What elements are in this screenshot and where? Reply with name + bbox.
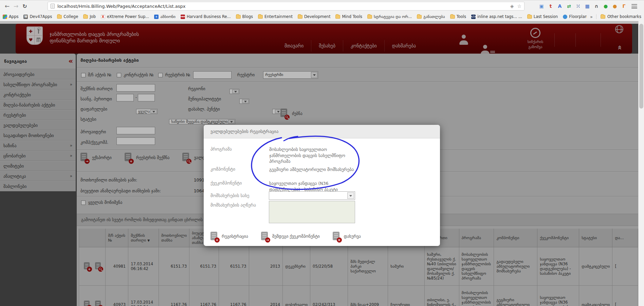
bookmark-item[interactable]: Blogs <box>236 14 253 19</box>
translate-icon[interactable]: A <box>557 3 563 9</box>
bookmark-item[interactable]: სტრატეგია და ორ... <box>367 14 412 19</box>
menu-icon[interactable] <box>631 4 637 8</box>
app-page: ✚ ♥ ჯანმრთელობის დაცვის პროგრამების ფინა… <box>0 21 644 306</box>
component-label: კომპონენტი <box>210 167 235 172</box>
bookmark-label: Job <box>90 14 96 19</box>
subcomponent-label: ქვეკომპონენტი <box>210 180 242 186</box>
service-desc-textarea[interactable] <box>269 201 355 223</box>
subcomponent-value: საყოველთაო ჯანდაცვა (N36 დადგენილება) - … <box>269 180 357 192</box>
bookmark-label: Tools <box>457 14 466 19</box>
bookmark-item[interactable]: Job <box>83 14 96 19</box>
bookmark-star-icon[interactable]: ☆ <box>517 3 521 9</box>
blue-badge-icon: + <box>154 15 159 19</box>
bookmark-item[interactable]: Apps <box>3 14 18 19</box>
service-type-label: მომსახურების სახე <box>210 193 249 198</box>
bookmark-label: inline asp.net tags... ... <box>477 14 522 19</box>
bookmark-item[interactable]: Tools <box>450 14 466 19</box>
window-icon[interactable]: ▣ <box>538 3 545 9</box>
folder-icon <box>527 15 532 19</box>
other-bookmarks-label: Other bookmarks <box>607 14 641 19</box>
cookie-icon[interactable]: ● <box>612 3 618 9</box>
move-icon[interactable]: ◈ <box>510 3 514 9</box>
folder-icon <box>417 15 422 19</box>
pin-icon[interactable]: ● <box>603 3 609 9</box>
doc-icon: → <box>261 232 268 241</box>
bookmark-item[interactable]: HBRHarvard Business Re... <box>181 14 231 19</box>
folder-icon <box>57 15 62 19</box>
page-icon <box>51 4 55 8</box>
bookmark-item[interactable]: </>inline asp.net tags... ... <box>471 14 522 19</box>
bookmarks-bar: AppsWDev47AppsCollegeJobXeXtreme Power S… <box>0 12 644 21</box>
folder-icon <box>367 15 372 19</box>
bookmark-label: ამბიონი <box>160 14 176 19</box>
close-icon: × <box>337 237 342 243</box>
modal-button-arrow[interactable]: →შემდეგი ქვეკომპონენტი <box>261 232 320 241</box>
apps-grid-icon <box>3 15 7 19</box>
bookmark-label: სტრატეგია და ორ... <box>374 14 412 19</box>
bookmark-item[interactable]: College <box>57 14 78 19</box>
chevron-down-icon <box>347 192 354 199</box>
dots-grid-icon[interactable]: ⁙ <box>575 3 581 9</box>
service-type-select[interactable] <box>269 191 355 200</box>
bookmark-label: Floorplanner - DEM... <box>569 14 587 19</box>
letter-t-icon[interactable]: t <box>548 3 554 9</box>
resize-arrows-icon[interactable]: ⇄ <box>566 3 572 9</box>
bookmark-label: Dev47Apps <box>30 14 52 19</box>
url-text[interactable]: localhost/Hmis.Billing.Web/Pages/Accepta… <box>57 4 186 9</box>
browser-toolbar: ← → ↻ localhost/Hmis.Billing.Web/Pages/A… <box>0 0 644 12</box>
letter-x-icon: X <box>101 15 105 19</box>
bookmark-item[interactable]: WDev47Apps <box>23 14 52 19</box>
bookmark-label: Entertainment <box>264 14 293 19</box>
bookmark-label: Blogs <box>242 14 253 19</box>
bookmark-label: Development <box>304 14 330 19</box>
bookmark-label: Mind Tools <box>342 14 362 19</box>
crane-icon[interactable]: Γ <box>621 3 627 9</box>
forward-icon[interactable]: → <box>12 3 20 9</box>
modal-button-label: შემდეგი ქვეკომპონენტი <box>272 234 320 239</box>
modal-title: ვალდებულებების რეგისტრაცია <box>210 129 278 134</box>
bookmark-item[interactable]: +ამბიონი <box>154 14 176 19</box>
bookmark-item[interactable]: Mind Tools <box>335 14 362 19</box>
program-value: მოსახლეობის საყოველთაო ჯანმრთელობის დაცვ… <box>269 147 357 165</box>
plus-icon: + <box>215 237 220 243</box>
folder-icon <box>258 15 263 19</box>
modal-button-close[interactable]: ×დახურვა <box>333 232 361 241</box>
folder-icon <box>236 15 241 19</box>
globe-badge-icon <box>563 15 567 19</box>
bookmark-item[interactable]: Last Session <box>527 14 558 19</box>
other-bookmarks[interactable]: Other bookmarks <box>596 14 641 19</box>
bookmark-item[interactable]: Development <box>298 14 330 19</box>
scrollbar-thumb[interactable] <box>639 24 643 109</box>
url-bar[interactable]: localhost/Hmis.Billing.Web/Pages/Accepta… <box>48 2 525 11</box>
folder-icon <box>601 15 605 19</box>
back-icon[interactable]: ← <box>3 3 12 9</box>
modal-button-label: დახურვა <box>344 234 361 239</box>
browser-chrome: ← → ↻ localhost/Hmis.Billing.Web/Pages/A… <box>0 0 644 21</box>
doc-icon: × <box>333 232 339 241</box>
extension-icons: ▣tA⇄⁙▦∩●●Γ <box>538 0 637 12</box>
cloud-icon[interactable]: ∩ <box>593 3 600 9</box>
service-desc-label: მომსახურების აღწერა <box>210 203 256 208</box>
bookmark-item[interactable]: Floorplanner - DEM... <box>563 14 587 19</box>
bookmark-item[interactable]: XeXtreme Power Sup... <box>101 14 149 19</box>
bookmarks-overflow-icon[interactable]: » <box>590 14 593 19</box>
bookmark-item[interactable]: Entertainment <box>258 14 293 19</box>
modal-title-bar: ვალდებულებების რეგისტრაცია <box>204 125 440 138</box>
folder-icon <box>298 15 302 19</box>
reload-icon[interactable]: ↻ <box>20 3 29 9</box>
bookmark-label: Last Session <box>534 14 558 19</box>
bookmark-label: College <box>63 14 78 19</box>
calendar-icon[interactable]: ▦ <box>584 3 590 9</box>
arrow-icon: → <box>265 237 270 243</box>
bookmark-label: Apps <box>9 14 18 19</box>
component-value: გეგმიური ამბულატორიული მომსახურება <box>269 167 357 173</box>
modal-buttons: +რეგისტრაცია→შემდეგი ქვეკომპონენტი×დახურ… <box>210 232 361 241</box>
folder-icon <box>335 15 340 19</box>
scrollbar[interactable] <box>638 21 644 306</box>
hbr-badge-icon: HBR <box>181 15 185 19</box>
modal-button-plus[interactable]: +რეგისტრაცია <box>210 232 248 241</box>
bookmark-item[interactable]: განათლება <box>417 14 445 19</box>
folder-icon <box>450 15 455 19</box>
folder-icon <box>83 15 88 19</box>
book-icon: </> <box>471 15 476 19</box>
